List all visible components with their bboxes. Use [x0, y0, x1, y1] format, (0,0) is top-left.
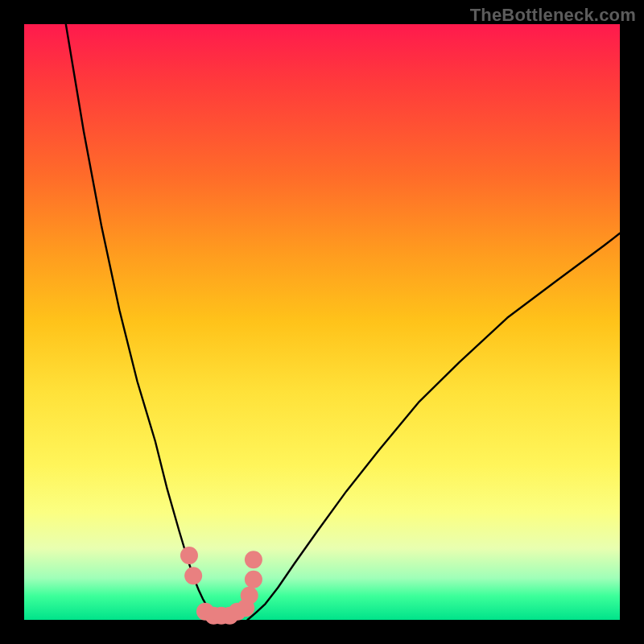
dot-layer [180, 547, 262, 625]
data-dot [180, 547, 198, 564]
data-dot [245, 571, 262, 588]
chart-frame: TheBottleneck.com [0, 0, 644, 644]
left-curve [66, 24, 227, 620]
data-dot [245, 551, 262, 568]
plot-area [24, 24, 620, 620]
data-dot [241, 587, 258, 605]
watermark-label: TheBottleneck.com [470, 5, 636, 26]
data-dot [184, 567, 202, 584]
right-curve [248, 233, 621, 620]
chart-svg [24, 24, 620, 620]
curve-layer [66, 24, 620, 620]
